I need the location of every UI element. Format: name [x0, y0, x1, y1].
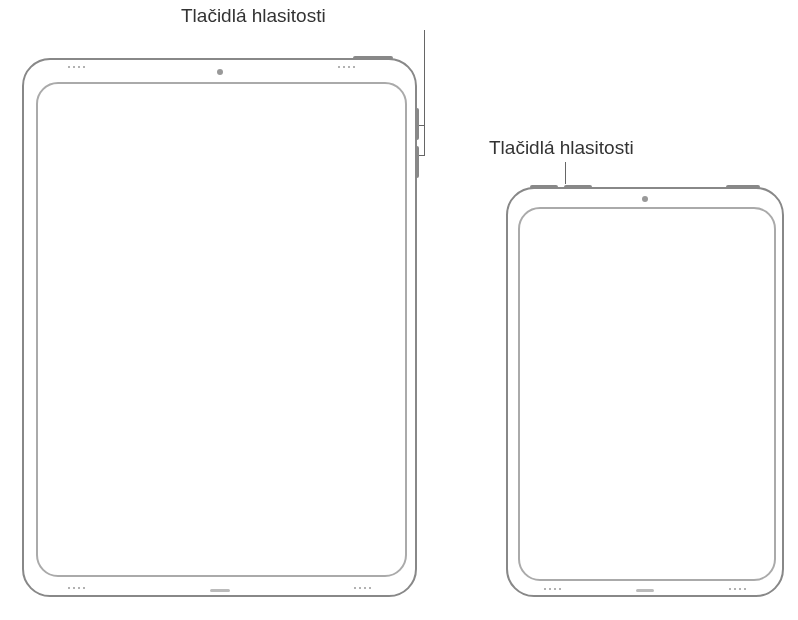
leader-line	[565, 162, 566, 184]
volume-up-button	[415, 108, 419, 140]
volume-down-button	[564, 185, 592, 189]
camera-icon	[642, 196, 648, 202]
top-button	[726, 185, 760, 189]
charging-port	[210, 589, 230, 592]
volume-up-button	[530, 185, 558, 189]
speaker-grille	[68, 587, 85, 589]
speaker-grille	[338, 66, 355, 68]
ipad-small-outline	[506, 187, 784, 597]
ipad-screen	[518, 207, 776, 581]
ipad-screen	[36, 82, 407, 577]
leader-line	[418, 125, 425, 126]
volume-down-button	[415, 146, 419, 178]
speaker-grille	[544, 588, 561, 590]
speaker-grille	[729, 588, 746, 590]
leader-line	[418, 155, 425, 156]
speaker-grille	[68, 66, 85, 68]
ipad-large-outline	[22, 58, 417, 597]
camera-icon	[217, 69, 223, 75]
leader-line	[424, 30, 425, 155]
label-volume-right: Tlačidlá hlasitosti	[489, 137, 634, 159]
charging-port	[636, 589, 654, 592]
top-button	[353, 56, 393, 60]
label-volume-left: Tlačidlá hlasitosti	[181, 5, 326, 27]
speaker-grille	[354, 587, 371, 589]
